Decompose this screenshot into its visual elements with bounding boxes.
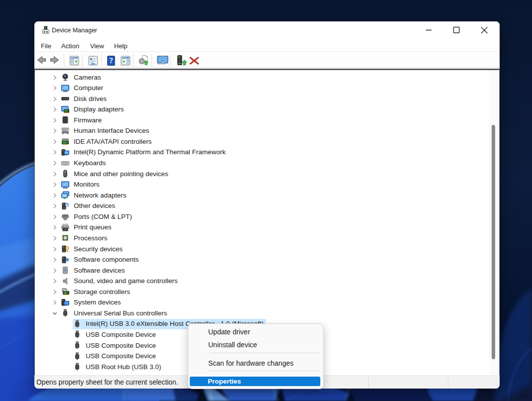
svg-text:?: ? <box>66 203 68 206</box>
svg-text:?: ? <box>109 56 113 65</box>
